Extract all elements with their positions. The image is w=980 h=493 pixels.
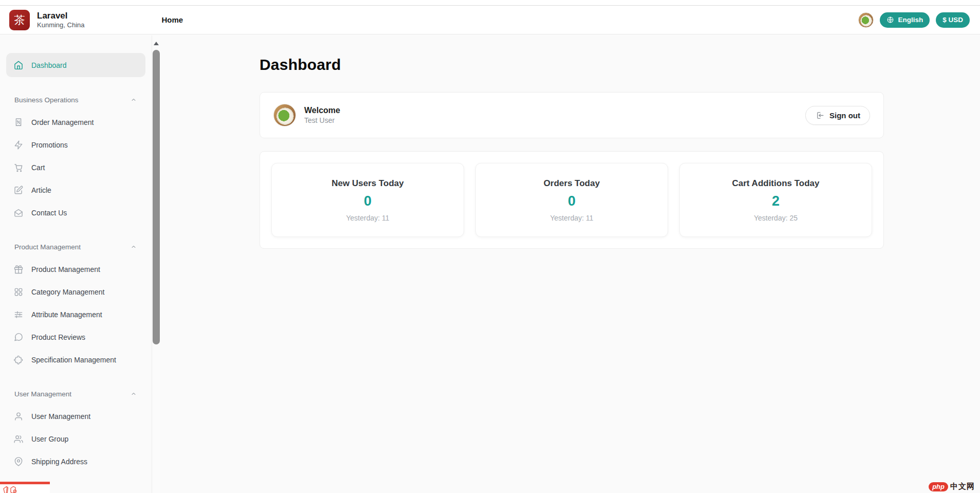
home-icon bbox=[13, 60, 24, 70]
sidebar-scrollbar[interactable] bbox=[152, 35, 160, 493]
stat-card-cart-additions: Cart Additions Today 2 Yesterday: 25 bbox=[679, 163, 872, 237]
sidebar-item-label: Article bbox=[31, 186, 51, 194]
sidebar-item-label: Attribute Management bbox=[31, 311, 102, 319]
sidebar-item-product-management[interactable]: Product Management bbox=[6, 258, 145, 281]
stat-value: 2 bbox=[772, 193, 780, 209]
partial-element-red bbox=[0, 482, 50, 493]
stat-yesterday: Yesterday: 25 bbox=[754, 214, 798, 222]
brand-location: Kunming, China bbox=[37, 21, 85, 29]
sign-out-button[interactable]: Sign out bbox=[805, 106, 870, 125]
sidebar-item-cart[interactable]: Cart bbox=[6, 156, 145, 179]
sidebar-item-label: Shipping Address bbox=[31, 458, 87, 466]
brand-name: Laravel bbox=[37, 10, 85, 21]
welcome-card: Welcome Test User Sign out bbox=[260, 92, 884, 138]
puzzle-icon bbox=[13, 355, 24, 365]
sidebar-item-category-management[interactable]: Category Management bbox=[6, 281, 145, 303]
sidebar-item-label: Order Management bbox=[31, 118, 94, 126]
scrollbar-up-arrow[interactable] bbox=[154, 42, 159, 45]
user-avatar[interactable] bbox=[858, 12, 874, 28]
welcome-text-block: Welcome Test User bbox=[304, 105, 340, 125]
language-button[interactable]: English bbox=[880, 12, 930, 28]
sign-out-label: Sign out bbox=[829, 111, 860, 120]
lightning-icon bbox=[13, 140, 24, 150]
brand-block: Laravel Kunming, China bbox=[37, 10, 85, 30]
gift-icon bbox=[13, 264, 24, 275]
cart-icon bbox=[13, 162, 24, 173]
edit-icon bbox=[13, 185, 24, 195]
sidebar-item-product-reviews[interactable]: Product Reviews bbox=[6, 326, 145, 349]
sidebar-item-label: Promotions bbox=[31, 141, 68, 149]
sidebar-item-label: Product Management bbox=[31, 265, 100, 273]
chat-bubble-icon bbox=[13, 332, 24, 342]
currency-button[interactable]: $ USD bbox=[936, 12, 970, 28]
app-header: 茶 Laravel Kunming, China Home English $ … bbox=[0, 6, 980, 34]
sidebar-item-label: Cart bbox=[31, 163, 45, 172]
header-right: English $ USD bbox=[858, 12, 970, 28]
section-label: User Management bbox=[14, 390, 71, 398]
sidebar-item-dashboard[interactable]: Dashboard bbox=[6, 53, 145, 77]
sidebar-item-user-group[interactable]: User Group bbox=[6, 428, 145, 450]
sidebar-section-user-management[interactable]: User Management bbox=[7, 389, 144, 399]
php-cn-watermark: php 中文网 bbox=[929, 482, 975, 491]
sidebar-item-shipping-address[interactable]: Shipping Address bbox=[6, 450, 145, 473]
stat-title: Cart Additions Today bbox=[732, 178, 820, 189]
tab-home[interactable]: Home bbox=[162, 15, 183, 24]
sidebar-item-order-management[interactable]: Order Management bbox=[6, 111, 145, 134]
stat-card-orders: Orders Today 0 Yesterday: 11 bbox=[475, 163, 668, 237]
sidebar-item-label: User Group bbox=[31, 435, 68, 443]
stats-card: New Users Today 0 Yesterday: 11 Orders T… bbox=[260, 151, 884, 249]
sidebar-section-business-operations[interactable]: Business Operations bbox=[7, 95, 144, 105]
sidebar-section-product-management[interactable]: Product Management bbox=[7, 242, 144, 252]
sidebar-item-article[interactable]: Article bbox=[6, 179, 145, 202]
stat-title: Orders Today bbox=[544, 178, 600, 189]
brand-logo[interactable]: 茶 bbox=[9, 10, 30, 30]
chevron-up-icon bbox=[130, 96, 137, 103]
sidebar-item-label: Category Management bbox=[31, 288, 104, 296]
receipt-icon bbox=[13, 117, 24, 127]
stat-card-new-users: New Users Today 0 Yesterday: 11 bbox=[271, 163, 464, 237]
red-cubes-glyph bbox=[2, 485, 33, 493]
stat-yesterday: Yesterday: 11 bbox=[346, 214, 389, 222]
sidebar-item-label: Dashboard bbox=[31, 61, 67, 69]
sidebar-item-attribute-management[interactable]: Attribute Management bbox=[6, 303, 145, 326]
language-label: English bbox=[898, 16, 923, 24]
sidebar-item-specification-management[interactable]: Specification Management bbox=[6, 349, 145, 371]
stat-title: New Users Today bbox=[331, 178, 403, 189]
location-pin-icon bbox=[13, 457, 24, 467]
mail-icon bbox=[13, 208, 24, 218]
currency-label: $ USD bbox=[942, 16, 963, 24]
sidebar-item-promotions[interactable]: Promotions bbox=[6, 134, 145, 156]
sidebar: Dashboard Business Operations Order Mana… bbox=[0, 35, 160, 493]
sidebar-item-user-management[interactable]: User Management bbox=[6, 405, 145, 428]
sidebar-item-label: User Management bbox=[31, 412, 90, 421]
chevron-up-icon bbox=[130, 243, 137, 250]
section-label: Product Management bbox=[14, 243, 81, 251]
grid-icon bbox=[13, 287, 24, 297]
scrollbar-thumb[interactable] bbox=[153, 50, 160, 344]
welcome-username: Test User bbox=[304, 116, 340, 125]
page-title: Dashboard bbox=[260, 56, 980, 74]
chevron-up-icon bbox=[130, 390, 137, 397]
sidebar-item-contact-us[interactable]: Contact Us bbox=[6, 202, 145, 224]
stat-value: 0 bbox=[364, 193, 372, 209]
welcome-avatar bbox=[273, 104, 296, 126]
php-badge: php bbox=[929, 482, 948, 491]
users-icon bbox=[13, 434, 24, 444]
sidebar-item-label: Specification Management bbox=[31, 356, 116, 364]
sign-out-icon bbox=[815, 111, 825, 120]
sidebar-item-label: Product Reviews bbox=[31, 333, 85, 341]
stat-value: 0 bbox=[568, 193, 576, 209]
top-strip bbox=[0, 0, 980, 6]
main-content: Dashboard Welcome Test User Sign out New… bbox=[160, 35, 980, 493]
brand-logo-glyph: 茶 bbox=[14, 13, 25, 27]
sidebar-item-label: Contact Us bbox=[31, 209, 67, 217]
user-icon bbox=[13, 411, 24, 422]
watermark-text: 中文网 bbox=[950, 482, 975, 491]
section-label: Business Operations bbox=[14, 96, 79, 104]
welcome-title: Welcome bbox=[304, 105, 340, 116]
globe-icon bbox=[886, 16, 894, 24]
stat-yesterday: Yesterday: 11 bbox=[550, 214, 593, 222]
sliders-icon bbox=[13, 309, 24, 320]
